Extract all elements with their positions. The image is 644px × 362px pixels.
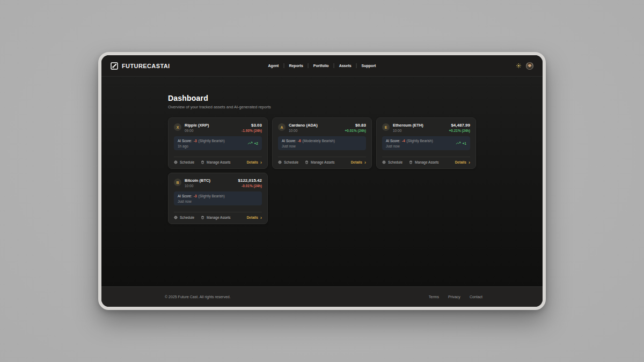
trash-icon: [305, 160, 309, 164]
footer-link-terms[interactable]: Terms: [429, 295, 439, 299]
trend-badge: +2: [247, 142, 258, 145]
manage-assets-button[interactable]: Manage Assets: [201, 216, 230, 219]
asset-change: -1.93% (24h): [241, 129, 262, 132]
nav-agent[interactable]: Agent: [268, 64, 279, 68]
schedule-label: Schedule: [284, 160, 298, 164]
app-footer: © 2025 Future Cast. All rights reserved.…: [101, 286, 543, 307]
asset-price: $0.83: [355, 123, 366, 128]
footer-link-contact[interactable]: Contact: [470, 295, 482, 299]
asset-change: -0.01% (24h): [241, 184, 262, 188]
asset-price: $122,015.42: [238, 178, 262, 183]
ai-updated: Just now: [178, 200, 225, 203]
asset-time: 09:00: [185, 129, 209, 132]
ai-sentiment: (Slightly Bearish): [199, 194, 225, 198]
ai-score-value: -3: [194, 139, 197, 143]
schedule-label: Schedule: [180, 216, 194, 219]
ai-score-label: AI Score:: [282, 139, 296, 143]
asset-change: +0.21% (24h): [449, 129, 470, 132]
card-header: B Bitcoin (BTC) 10:00 $122,015.42 -0.01%…: [174, 178, 262, 188]
details-button[interactable]: Details ›: [247, 216, 262, 219]
details-label: Details: [247, 160, 258, 164]
footer-link-privacy[interactable]: Privacy: [448, 295, 460, 299]
manage-assets-label: Manage Assets: [207, 160, 230, 164]
schedule-label: Schedule: [388, 160, 402, 164]
ai-sentiment: (Slightly Bearish): [199, 139, 225, 143]
manage-assets-label: Manage Assets: [415, 160, 438, 164]
ai-score-label: AI Score:: [178, 194, 192, 198]
asset-price: $3.03: [251, 123, 262, 128]
ai-score-value: -6: [298, 139, 301, 143]
asset-symbol-badge: X: [174, 123, 181, 131]
ai-updated: Just now: [386, 144, 433, 148]
chevron-right-icon: ›: [469, 161, 470, 164]
schedule-button[interactable]: Schedule: [174, 216, 194, 219]
trash-icon: [201, 216, 204, 219]
user-avatar[interactable]: [526, 62, 533, 70]
schedule-label: Schedule: [180, 160, 194, 164]
ai-score-box: AI Score: -3 (Slightly Bearish) Just now: [174, 191, 262, 205]
asset-time: 10:00: [393, 129, 423, 132]
ai-sentiment: (Slightly Bearish): [407, 139, 433, 143]
asset-symbol-badge: E: [382, 123, 390, 131]
brand[interactable]: FUTURECASTAI: [111, 62, 170, 70]
details-button[interactable]: Details ›: [247, 160, 262, 164]
asset-card-grid: X Ripple (XRP) 09:00 $3.03 -1.93% (24h): [168, 117, 476, 224]
ai-score-box: AI Score: -4 (Slightly Bearish) Just now: [382, 136, 470, 150]
nav-assets[interactable]: Assets: [339, 64, 352, 68]
chevron-right-icon: ›: [260, 161, 262, 164]
schedule-button[interactable]: Schedule: [278, 160, 298, 164]
asset-card-btc: B Bitcoin (BTC) 10:00 $122,015.42 -0.01%…: [168, 173, 268, 224]
card-actions: Schedule Manage Assets Details: [278, 157, 366, 164]
manage-assets-label: Manage Assets: [311, 160, 334, 164]
nav-support[interactable]: Support: [362, 64, 376, 68]
details-button[interactable]: Details ›: [351, 160, 366, 164]
nav-reports[interactable]: Reports: [289, 64, 303, 68]
asset-name: Ripple (XRP): [185, 123, 209, 128]
nav-portfolio[interactable]: Portfolio: [313, 64, 329, 68]
asset-name: Cardano (ADA): [289, 123, 318, 128]
ai-score-box: AI Score: -6 (Moderately Bearish) Just n…: [278, 136, 366, 150]
copyright: © 2025 Future Cast. All rights reserved.: [165, 295, 231, 299]
app-header: FUTURECASTAI Agent Reports Portfolio Ass…: [101, 55, 543, 77]
ai-updated: Just now: [282, 144, 335, 148]
trend-value: +2: [254, 142, 258, 145]
manage-assets-button[interactable]: Manage Assets: [201, 160, 230, 164]
card-header: E Ethereum (ETH) 10:00 $4,487.99 +0.21% …: [382, 123, 470, 132]
ai-score-box: AI Score: -3 (Slightly Bearish) 1h ago: [174, 136, 262, 150]
details-button[interactable]: Details ›: [455, 160, 470, 164]
asset-card-ada: A Cardano (ADA) 10:00 $0.83 +0.01% (24h): [272, 117, 372, 169]
trend-badge: +1: [456, 142, 466, 145]
sun-icon[interactable]: [516, 63, 521, 68]
trash-icon: [409, 160, 413, 164]
asset-name: Bitcoin (BTC): [185, 178, 210, 183]
asset-card-eth: E Ethereum (ETH) 10:00 $4,487.99 +0.21% …: [376, 117, 476, 169]
details-label: Details: [351, 160, 362, 164]
page-subtitle: Overview of your tracked assets and AI-g…: [168, 105, 476, 109]
details-label: Details: [455, 160, 466, 164]
asset-symbol-badge: A: [278, 123, 286, 131]
manage-assets-button[interactable]: Manage Assets: [305, 160, 334, 164]
schedule-button[interactable]: Schedule: [174, 160, 194, 164]
ai-score-label: AI Score:: [178, 139, 192, 143]
page-title: Dashboard: [168, 94, 476, 102]
asset-price: $4,487.99: [451, 123, 470, 128]
ai-score-label: AI Score:: [386, 139, 400, 143]
gear-icon: [382, 160, 386, 164]
dashboard-main: Dashboard Overview of your tracked asset…: [101, 77, 543, 286]
asset-change: +0.01% (24h): [345, 129, 366, 132]
details-label: Details: [247, 216, 258, 219]
schedule-button[interactable]: Schedule: [382, 160, 402, 164]
main-nav: Agent Reports Portfolio Assets Support: [268, 55, 376, 76]
brand-logo-icon: [111, 62, 118, 70]
nav-separator: [308, 63, 309, 68]
manage-assets-button[interactable]: Manage Assets: [409, 160, 438, 164]
asset-card-xrp: X Ripple (XRP) 09:00 $3.03 -1.93% (24h): [168, 117, 268, 169]
asset-time: 10:00: [289, 129, 318, 132]
chevron-right-icon: ›: [260, 217, 262, 219]
ai-score-value: -3: [194, 194, 197, 198]
trending-up-icon: [247, 142, 253, 145]
trending-up-icon: [456, 142, 461, 145]
card-actions: Schedule Manage Assets Details: [174, 157, 262, 164]
asset-name: Ethereum (ETH): [393, 123, 423, 128]
gear-icon: [278, 160, 282, 164]
